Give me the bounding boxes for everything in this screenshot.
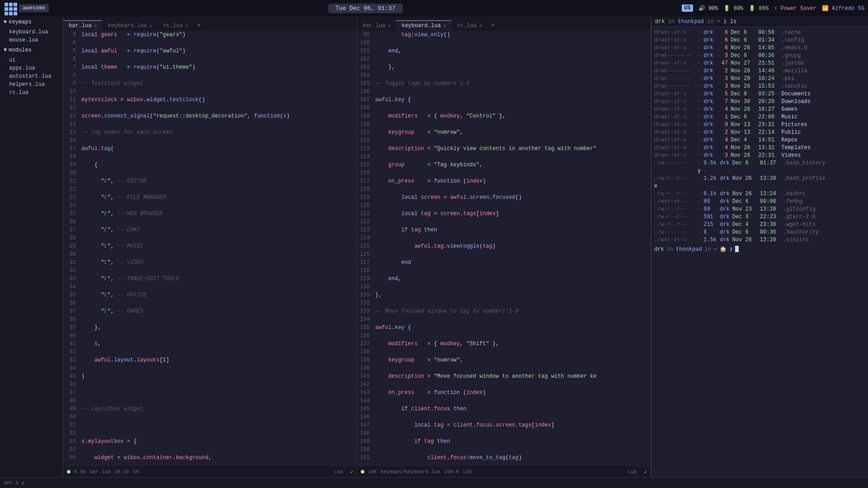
term-entry: .rwxr-xr-- - 80 drk Dec 6 00:00 .fehbg: [654, 198, 865, 206]
topbar-left: awesome: [4, 2, 49, 14]
editor-pane-left: bar.lua ✕ keyboard.lua ✕ rc.lua ✕ + 3456…: [63, 16, 357, 477]
term-entry: drwxr-xr-x - drk 47 Nov 27 23:51 .justdo: [654, 60, 865, 67]
cursor-position: 29:16: [114, 469, 129, 474]
sidebar: ▼ keymaps keyboard.lua mouse.lua ▼ modul…: [0, 16, 63, 477]
tab-label: rc.lua: [163, 23, 183, 29]
term-entry: drwx------- - drk 2 Nov 26 14:46 .mozill…: [654, 67, 865, 75]
close-icon[interactable]: ✕: [94, 23, 97, 28]
term-entry: drwxr-xr-x - drk 4 Nov 26 16:27 Games: [654, 106, 865, 113]
status-dot: [361, 470, 364, 474]
sidebar-folder-rc[interactable]: rc.lua: [0, 89, 63, 97]
terminal-cursor: [735, 246, 739, 252]
close-icon[interactable]: ✕: [443, 23, 446, 28]
tabs-left: bar.lua ✕ keyboard.lua ✕ rc.lua ✕ +: [63, 16, 357, 31]
tab-rc-lua-left[interactable]: rc.lua ✕: [158, 20, 193, 31]
apps-grid-icon[interactable]: [4, 2, 16, 14]
term-entry: y: [654, 167, 865, 175]
term-entry: .rw-r--r-- - 6.1k drk Nov 26 13:24 .bash…: [654, 190, 865, 198]
battery-indicator: 🔋 80%: [723, 5, 743, 12]
tab-label: bar.lua: [69, 23, 91, 29]
file-name: bar.lua: [90, 469, 110, 474]
tab-rc-lua-right[interactable]: rc.lua ✕: [452, 20, 487, 31]
file-size: 6.0k: [74, 469, 86, 474]
chevron-down-icon: ▼: [4, 19, 7, 25]
code-content-right[interactable]: tag:view_only() end, }, -- Toggle tags b…: [373, 31, 651, 466]
chevron-down-icon: ▼: [4, 47, 7, 53]
topbar: awesome Tue Dec 06, 01:37 US 🔊 90% 🔋 80%…: [0, 0, 868, 16]
topbar-right: US 🔊 90% 🔋 80% 🔋 86% ⚡ Power Saver 📶 Alf…: [682, 5, 864, 12]
tab-add-left[interactable]: +: [193, 20, 204, 31]
term-entry: drwxr-xr-x - drk 2 Nov 13 22:14 Public: [654, 129, 865, 136]
battery-indicator2: 🔋 86%: [749, 5, 769, 12]
bottom-statusbar: SPC b p: [0, 477, 868, 488]
code-area-right[interactable]: 9910010110210310410510610710810911011111…: [357, 31, 651, 466]
file-size: 18k: [368, 469, 377, 474]
close-icon[interactable]: ✕: [388, 23, 391, 28]
main-area: ▼ keymaps keyboard.lua mouse.lua ▼ modul…: [0, 16, 868, 477]
statusbar-right-info: Lua ✓: [334, 469, 353, 475]
check-icon: ✓: [644, 469, 647, 475]
close-icon[interactable]: ✕: [185, 23, 188, 28]
terminal-prompt-line: drk in thonkpad in ~ 🏠 ❯: [654, 246, 865, 253]
file-name: keymaps/keyboard.lua: [381, 469, 440, 474]
tab-add-right[interactable]: +: [487, 20, 498, 31]
tab-label: keyboard.lua: [401, 23, 440, 29]
editor-area: bar.lua ✕ keyboard.lua ✕ rc.lua ✕ + 3456…: [63, 16, 651, 477]
term-entry: drwxr-xr-x - drk 5 Dec 8 03:25 Documents: [654, 90, 865, 98]
code-content-left[interactable]: local gears = require("gears") local awf…: [80, 31, 357, 466]
sidebar-file-keyboard[interactable]: keyboard.lua: [0, 28, 63, 36]
term-entry: .rw-r--r-- - 1.2k drk Nov 26 13:20 .bash…: [654, 175, 865, 183]
tabs-right: bar.lua ✕ keyboard.lua ✕ rc.lua ✕ +: [357, 16, 651, 31]
term-entry: drwxr-xr-x - drk 6 Dec 6 00:58 .cache: [654, 29, 865, 37]
mode-indicator: SPC b p: [4, 480, 24, 486]
scroll-percent: 12%: [462, 469, 472, 474]
term-entry: .rw-r--r-- - 591 drk Dec 3 22:23 .gtkrc-…: [654, 213, 865, 221]
term-entry: drwxr-xr-x - drk 1 Dec 6 22:00 Music: [654, 113, 865, 121]
term-entry: drwxr-xr-x - drk 4 Dec 4 14:51 Repos: [654, 136, 865, 144]
scroll-percent: 1%: [133, 469, 139, 474]
code-area-left[interactable]: 3456789101112131415161718192021222324252…: [63, 31, 357, 466]
sidebar-folder-ui[interactable]: ui: [0, 56, 63, 64]
term-entry: .rw------- - 6 drk Dec 6 00:36 .Xauthori…: [654, 229, 865, 236]
sidebar-modules-folder[interactable]: ▼ modules: [0, 44, 63, 56]
statusbar-left-info: 6.0k bar.lua 29:16 1%: [67, 469, 139, 474]
term-entry: e: [654, 183, 865, 190]
statusbar-right-info-right: Lua ✓: [628, 469, 647, 475]
term-entry: .rw------- - 9.5k drk Dec 6 01:37 .bash_…: [654, 160, 865, 167]
tab-label: keyboard.lua: [108, 23, 146, 29]
term-entry: drwx------- - drk 3 Nov 29 10:24 .pki: [654, 75, 865, 83]
terminal-header: drk in thonkpad in ~ ❯ ls: [651, 16, 868, 27]
term-entry: .rwxr-xr-x - 1.5k drk Nov 26 13:20 .xini…: [654, 236, 865, 244]
terminal-panel: drk in thonkpad in ~ ❯ ls drwxr-xr-x - d…: [651, 16, 868, 477]
check-icon: ✓: [350, 469, 353, 475]
tab-label: rc.lua: [457, 23, 476, 29]
sidebar-keymaps-folder[interactable]: ▼ keymaps: [0, 16, 63, 28]
awesome-badge[interactable]: awesome: [19, 4, 49, 12]
sidebar-folder-autostart[interactable]: autostart.lua: [0, 72, 63, 80]
term-entry: drwxr-xr-x - drk 7 Nov 30 20:20 Download…: [654, 98, 865, 106]
close-icon[interactable]: ✕: [479, 23, 482, 28]
term-entry: drwxr-xr-x - drk 4 Nov 26 13:31 Template…: [654, 144, 865, 152]
term-entry: drwx------- - drk 3 Dec 6 00:36 .gnupg: [654, 52, 865, 60]
term-entry: .rw-r--r-- - 99 drk Nov 23 13:20 .gitcon…: [654, 206, 865, 213]
tab-bar-lua-right[interactable]: bar.lua ✕: [357, 20, 396, 31]
sidebar-file-mouse[interactable]: mouse.lua: [0, 36, 63, 44]
sidebar-folder-helpers[interactable]: helpers.lua: [0, 80, 63, 89]
term-entry: drwx------- - drk 3 Nov 26 15:53 .xonoti…: [654, 83, 865, 90]
tab-keyboard-lua-right[interactable]: keyboard.lua ✕: [396, 20, 451, 31]
statusbar-right: 18k keymaps/keyboard.lua 150:0 12% Lua ✓: [357, 466, 651, 477]
sidebar-folder-apps[interactable]: apps.lua: [0, 64, 63, 72]
tab-bar-lua-left[interactable]: bar.lua ✕: [63, 20, 102, 31]
lang-indicator: Lua: [628, 469, 637, 474]
lang-indicator: Lua: [334, 469, 343, 474]
line-numbers-left: 3456789101112131415161718192021222324252…: [63, 31, 80, 466]
terminal-content[interactable]: drwxr-xr-x - drk 6 Dec 6 00:58 .cache dr…: [651, 27, 868, 477]
keyboard-flag[interactable]: US: [682, 5, 693, 12]
editor-panes: bar.lua ✕ keyboard.lua ✕ rc.lua ✕ + 3456…: [63, 16, 651, 477]
tab-label: bar.lua: [363, 23, 385, 29]
statusbar-right-info-left: 18k keymaps/keyboard.lua 150:0 12%: [361, 469, 472, 474]
tab-keyboard-lua-left[interactable]: keyboard.lua ✕: [102, 20, 157, 31]
statusbar-left: 6.0k bar.lua 29:16 1% Lua ✓: [63, 466, 357, 477]
term-entry: drwxr-xr-x - drk 9 Nov 13 23:31 Pictures: [654, 121, 865, 129]
close-icon[interactable]: ✕: [150, 23, 152, 28]
